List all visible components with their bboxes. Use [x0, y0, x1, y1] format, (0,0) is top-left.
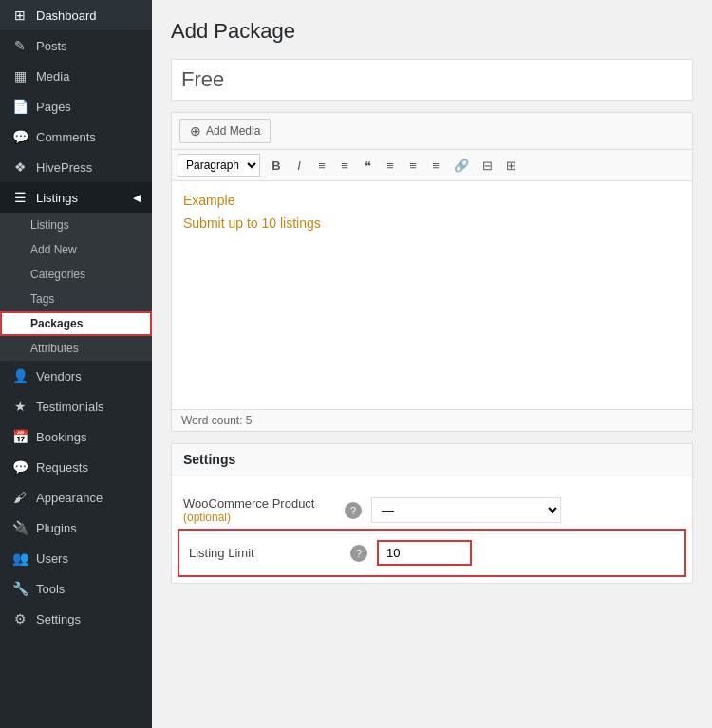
- sidebar-item-label: Appearance: [36, 491, 103, 505]
- listing-limit-input[interactable]: [377, 540, 472, 566]
- editor-wrapper: ⊕ Add Media Paragraph Heading 1 Heading …: [171, 112, 693, 432]
- listings-icon: ☰: [11, 190, 28, 205]
- sidebar-item-label: Users: [36, 551, 68, 566]
- sidebar-item-plugins[interactable]: 🔌 Plugins: [0, 513, 152, 543]
- testimonials-icon: ★: [11, 399, 28, 414]
- main-content: Add Package ⊕ Add Media Paragraph Headin…: [152, 0, 712, 728]
- sidebar-item-label: Bookings: [36, 430, 86, 444]
- sidebar-item-vendors[interactable]: 👤 Vendors: [0, 361, 152, 391]
- sidebar-item-hivepress[interactable]: ❖ HivePress: [0, 152, 152, 182]
- italic-button[interactable]: I: [289, 156, 309, 176]
- add-media-icon: ⊕: [190, 123, 201, 139]
- sidebar-item-posts[interactable]: ✎ Posts: [0, 30, 152, 61]
- sidebar-item-label: Tools: [36, 582, 65, 596]
- sidebar-subitem-categories[interactable]: Categories: [0, 262, 152, 287]
- page-title: Add Package: [171, 19, 693, 44]
- sidebar-subitem-add-new[interactable]: Add New: [0, 237, 152, 262]
- pages-icon: 📄: [11, 99, 28, 114]
- woocommerce-control: —: [371, 497, 681, 523]
- sidebar-item-label: Media: [36, 69, 69, 84]
- dashboard-icon: ⊞: [11, 8, 28, 23]
- ordered-list-button[interactable]: ≡: [334, 156, 355, 176]
- listing-limit-help-icon[interactable]: ?: [350, 545, 367, 562]
- sidebar-item-tools[interactable]: 🔧 Tools: [0, 573, 152, 604]
- settings-header: Settings: [172, 444, 692, 476]
- settings-section: Settings WooCommerce Product (optional) …: [171, 443, 693, 584]
- blockquote-button[interactable]: ❝: [357, 156, 378, 176]
- sidebar-item-label: Plugins: [36, 521, 77, 535]
- align-right-button[interactable]: ≡: [425, 156, 446, 176]
- sidebar-item-testimonials[interactable]: ★ Testimonials: [0, 391, 152, 421]
- comments-icon: 💬: [11, 129, 28, 144]
- sidebar-subitem-listings[interactable]: Listings: [0, 213, 152, 237]
- sidebar-item-label: Posts: [36, 39, 67, 53]
- format-toolbar: Paragraph Heading 1 Heading 2 Heading 3 …: [172, 150, 692, 181]
- word-count-bar: Word count: 5: [172, 409, 692, 431]
- sidebar-item-requests[interactable]: 💬 Requests: [0, 452, 152, 482]
- fullscreen-button[interactable]: ⊞: [500, 156, 522, 176]
- listing-limit-control: [377, 540, 675, 566]
- sidebar-item-label: Settings: [36, 612, 81, 626]
- sidebar-item-listings[interactable]: ☰ Listings ◀: [0, 182, 152, 213]
- align-left-button[interactable]: ≡: [380, 156, 401, 176]
- vendors-icon: 👤: [11, 368, 28, 383]
- sidebar-item-label: Dashboard: [36, 9, 97, 23]
- sidebar-item-bookings[interactable]: 📅 Bookings: [0, 421, 152, 452]
- sidebar-item-users[interactable]: 👥 Users: [0, 543, 152, 573]
- word-count-text: Word count: 5: [181, 414, 252, 427]
- sidebar-item-label: HivePress: [36, 160, 92, 175]
- package-title-input[interactable]: [171, 59, 693, 101]
- settings-icon: ⚙: [11, 611, 28, 626]
- woocommerce-product-label: WooCommerce Product (optional): [183, 496, 335, 524]
- editor-body[interactable]: Example Submit up to 10 listings: [172, 181, 692, 409]
- editor-body-text: Submit up to 10 listings: [183, 215, 681, 231]
- sidebar-item-label: Vendors: [36, 369, 82, 383]
- paragraph-select[interactable]: Paragraph Heading 1 Heading 2 Heading 3: [178, 154, 260, 177]
- listings-submenu: Listings Add New Categories Tags Package…: [0, 213, 152, 361]
- add-media-button[interactable]: ⊕ Add Media: [179, 119, 271, 143]
- sidebar-item-dashboard[interactable]: ⊞ Dashboard: [0, 0, 152, 30]
- woocommerce-product-row: WooCommerce Product (optional) ? —: [183, 487, 681, 534]
- sidebar-item-media[interactable]: ▦ Media: [0, 61, 152, 91]
- add-media-label: Add Media: [206, 124, 260, 138]
- woocommerce-help-icon[interactable]: ?: [345, 502, 362, 519]
- sidebar-subitem-packages[interactable]: Packages: [0, 311, 152, 336]
- bold-button[interactable]: B: [266, 156, 287, 176]
- sidebar-item-label: Testimonials: [36, 400, 104, 414]
- sidebar-item-pages[interactable]: 📄 Pages: [0, 91, 152, 121]
- sidebar-item-label: Comments: [36, 130, 96, 144]
- appearance-icon: 🖌: [11, 490, 28, 505]
- woocommerce-select[interactable]: —: [371, 497, 561, 523]
- woocommerce-optional-label: (optional): [183, 511, 335, 524]
- sidebar-item-settings[interactable]: ⚙ Settings: [0, 604, 152, 634]
- align-center-button[interactable]: ≡: [403, 156, 423, 176]
- users-icon: 👥: [11, 551, 28, 566]
- add-media-toolbar: ⊕ Add Media: [172, 113, 692, 150]
- editor-example-text: Example: [183, 193, 681, 208]
- sidebar-subitem-attributes[interactable]: Attributes: [0, 336, 152, 361]
- settings-body: WooCommerce Product (optional) ? — Listi…: [172, 476, 692, 583]
- hivepress-icon: ❖: [11, 159, 28, 175]
- unordered-list-button[interactable]: ≡: [311, 156, 332, 176]
- sidebar-item-label: Pages: [36, 100, 71, 114]
- sidebar: ⊞ Dashboard ✎ Posts ▦ Media 📄 Pages 💬 Co…: [0, 0, 152, 728]
- media-icon: ▦: [11, 68, 28, 84]
- bookings-icon: 📅: [11, 429, 28, 444]
- sidebar-item-label: Listings: [36, 191, 78, 205]
- requests-icon: 💬: [11, 459, 28, 475]
- plugins-icon: 🔌: [11, 520, 28, 535]
- sidebar-item-appearance[interactable]: 🖌 Appearance: [0, 482, 152, 513]
- horizontal-rule-button[interactable]: ⊟: [477, 156, 498, 176]
- posts-icon: ✎: [11, 38, 28, 53]
- listing-limit-label: Listing Limit: [189, 546, 341, 560]
- sidebar-item-label: Requests: [36, 460, 88, 475]
- sidebar-subitem-tags[interactable]: Tags: [0, 287, 152, 311]
- tools-icon: 🔧: [11, 581, 28, 596]
- listings-arrow-icon: ◀: [133, 192, 141, 204]
- sidebar-item-comments[interactable]: 💬 Comments: [0, 121, 152, 152]
- listing-limit-row: Listing Limit ?: [181, 532, 683, 573]
- link-button[interactable]: 🔗: [448, 156, 475, 176]
